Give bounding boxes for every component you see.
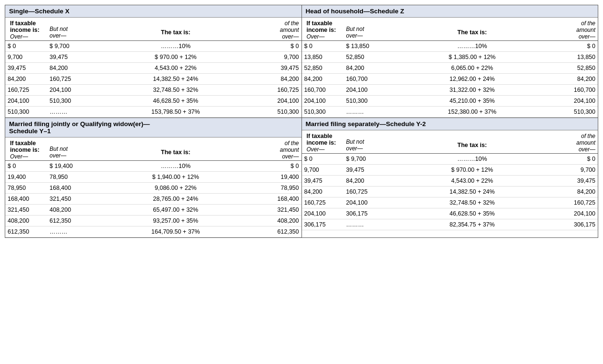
col1-cell: 168,400 [5,195,47,203]
schedule-y2-rows: $ 0$ 9,700………10%$ 09,70039,475$ 970.00 +… [302,154,598,230]
sz-h9: over— [561,33,595,40]
sz-h7: of the [561,20,595,27]
table-row: $ 0$ 19,400………10%$ 0 [5,161,302,172]
col2-cell: $ 9,700 [344,155,386,163]
col1-cell: 84,200 [302,187,344,196]
sy1-h6: The tax is: [91,149,260,156]
table-row: 306,175………82,354.75 + 37%306,175 [302,219,598,230]
col1-cell: 204,100 [302,209,344,218]
col4-cell: 204,100 [559,209,598,218]
col4-cell: 19,400 [262,173,302,181]
col4-cell: 52,850 [559,64,598,72]
col1-cell: 160,725 [5,86,47,94]
sy1-h4: But not [50,146,87,152]
table-row: $ 0$ 13,850………10%$ 0 [302,41,598,52]
table-row: $ 0$ 9,700………10%$ 0 [302,154,598,165]
table-row: 321,450408,20065,497.00 + 32%321,450 [5,205,302,216]
col1-cell: 612,350 [5,227,47,236]
sy1-h3: Over— [10,153,42,160]
col3-cell: 82,354.75 + 37% [386,220,559,229]
table-row: 612,350………164,709.50 + 37%612,350 [5,226,302,237]
col1-cell: 19,400 [5,173,47,181]
col3-cell: 164,709.50 + 37% [89,227,262,236]
col3-cell: 28,765.00 + 24% [89,195,262,203]
col2-cell: 510,300 [47,97,89,105]
col2-cell: ……… [344,108,386,116]
col2-cell: $ 13,850 [344,42,386,50]
sx-h5: over— [50,32,87,39]
sz-h6: The tax is: [388,29,557,36]
table-row: 78,950168,4009,086.00 + 22%78,950 [5,183,302,194]
col2-cell: 84,200 [344,177,386,185]
col2-cell: 510,300 [344,97,386,105]
table-row: 9,70039,475$ 970.00 + 12%9,700 [302,165,598,176]
col4-cell: 160,700 [559,86,598,94]
col4-cell: $ 0 [262,42,302,50]
col1-cell: 204,100 [5,97,47,105]
col4-cell: 612,350 [262,227,302,236]
col2-cell: 160,700 [344,75,386,83]
table-row: 13,85052,850$ 1,385.00 + 12%13,850 [302,52,598,63]
sz-h3: Over— [307,33,339,40]
col3-cell: 4,543.00 + 22% [89,64,262,72]
col2-cell: 84,200 [344,64,386,72]
sy2-h5: over— [346,145,383,152]
col1-cell: 204,100 [302,97,344,105]
col2-cell: 160,725 [47,75,89,83]
sx-h7: of the [265,20,299,27]
col1-cell: 84,200 [5,75,47,83]
sy2-h4: But not [346,138,383,145]
col4-cell: $ 0 [262,162,302,170]
col3-cell: 153,798.50 + 37% [89,108,262,116]
sz-h1: If taxable [307,20,339,27]
col3-cell: 9,086.00 + 22% [89,184,262,192]
col1-cell: 160,700 [302,86,344,94]
col1-cell: 39,475 [302,177,344,185]
col3-cell: 46,628.50 + 35% [386,209,559,218]
col3-cell: $ 1,940.00 + 12% [89,173,262,181]
col1-cell: 9,700 [5,53,47,61]
col2-cell: ……… [47,108,89,116]
col1-cell: 39,475 [5,64,47,72]
col1-cell: 52,850 [302,64,344,72]
col1-cell: 84,200 [302,75,344,83]
col4-cell: 204,100 [559,97,598,105]
sy1-h5: over— [50,152,87,159]
col2-cell: ……… [344,220,386,229]
table-row: 84,200160,70012,962.00 + 24%84,200 [302,74,598,85]
col4-cell: 9,700 [262,53,302,61]
col2-cell: 84,200 [47,64,89,72]
sy1-h8: amount [265,147,299,153]
col2-cell: $ 19,400 [47,162,89,170]
table-row: 408,200612,35093,257.00 + 35%408,200 [5,216,302,226]
col1-cell: 510,300 [302,108,344,116]
col3-cell: 12,962.00 + 24% [386,75,559,83]
sx-h4: But not [50,26,87,32]
table-row: 160,725204,10032,748.50 + 32%160,725 [5,85,302,96]
schedule-x-title: Single—Schedule X [5,5,302,18]
schedule-y1-title: Married filing jointly or Qualifying wid… [5,118,302,138]
sy2-h1: If taxable [307,133,339,139]
col2-cell: 306,175 [344,209,386,218]
col4-cell: 13,850 [559,53,598,61]
table-row: 39,47584,2004,543.00 + 22%39,475 [302,176,598,187]
tax-table: Single—Schedule X If taxable income is: … [5,5,598,238]
col3-cell: 32,748.50 + 32% [386,198,559,207]
table-row: 204,100306,17546,628.50 + 35%204,100 [302,208,598,219]
col3-cell: 152,380.00 + 37% [386,108,559,116]
schedule-y2-title: Married filing separately—Schedule Y-2 [302,118,598,130]
table-row: 510,300………152,380.00 + 37%510,300 [302,107,598,118]
col1-cell: $ 0 [302,42,344,50]
col3-cell: $ 1,385.00 + 12% [386,53,559,61]
col2-cell: 168,400 [47,184,89,192]
col4-cell: 9,700 [559,166,598,174]
col4-cell: $ 0 [559,42,598,50]
col2-cell: ……… [47,227,89,236]
sz-h5: over— [346,32,383,39]
sy1-h9: over— [265,153,299,160]
table-row: 160,725204,10032,748.50 + 32%160,725 [302,197,598,208]
sy2-h2: income is: [307,139,339,146]
sy2-h8: amount [561,139,595,146]
col1-cell: $ 0 [302,155,344,163]
col4-cell: 204,100 [262,97,302,105]
